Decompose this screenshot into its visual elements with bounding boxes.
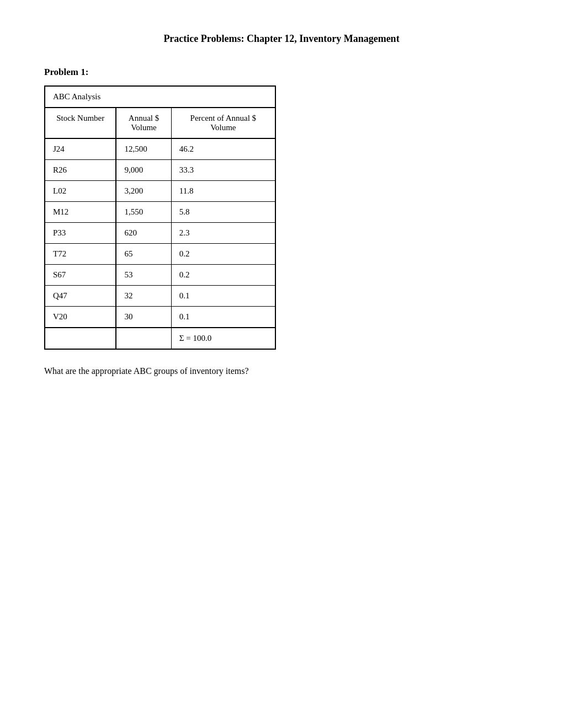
stock-number: P33: [45, 223, 116, 244]
table-row: R26 9,000 33.3: [45, 160, 275, 181]
stock-number: L02: [45, 181, 116, 202]
annual-volume: 53: [116, 265, 171, 286]
percent-volume: 2.3: [171, 223, 275, 244]
percent-volume: 33.3: [171, 160, 275, 181]
sum-col2: [116, 328, 171, 349]
sum-row: Σ = 100.0: [45, 328, 275, 349]
abc-analysis-table: ABC Analysis Stock Number Annual $ Volum…: [44, 85, 276, 350]
table-row: L02 3,200 11.8: [45, 181, 275, 202]
table-row: S67 53 0.2: [45, 265, 275, 286]
table-row: M12 1,550 5.8: [45, 202, 275, 223]
stock-number: T72: [45, 244, 116, 265]
col3-header: Percent of Annual $ Volume: [171, 108, 275, 138]
percent-volume: 5.8: [171, 202, 275, 223]
annual-volume: 620: [116, 223, 171, 244]
stock-number: J24: [45, 138, 116, 160]
table-row: Q47 32 0.1: [45, 286, 275, 307]
page-title: Practice Problems: Chapter 12, Inventory…: [44, 33, 519, 45]
stock-number: M12: [45, 202, 116, 223]
percent-volume: 0.2: [171, 265, 275, 286]
sum-value: Σ = 100.0: [171, 328, 275, 349]
table-title: ABC Analysis: [45, 86, 275, 108]
problem-label: Problem 1:: [44, 67, 519, 78]
table-row: P33 620 2.3: [45, 223, 275, 244]
stock-number: S67: [45, 265, 116, 286]
annual-volume: 3,200: [116, 181, 171, 202]
stock-number: V20: [45, 307, 116, 328]
table-row: V20 30 0.1: [45, 307, 275, 328]
annual-volume: 9,000: [116, 160, 171, 181]
annual-volume: 32: [116, 286, 171, 307]
percent-volume: 0.2: [171, 244, 275, 265]
sum-col1: [45, 328, 116, 349]
annual-volume: 30: [116, 307, 171, 328]
percent-volume: 46.2: [171, 138, 275, 160]
annual-volume: 1,550: [116, 202, 171, 223]
percent-volume: 0.1: [171, 307, 275, 328]
col1-header: Stock Number: [45, 108, 116, 138]
stock-number: Q47: [45, 286, 116, 307]
annual-volume: 12,500: [116, 138, 171, 160]
percent-volume: 11.8: [171, 181, 275, 202]
stock-number: R26: [45, 160, 116, 181]
table-row: T72 65 0.2: [45, 244, 275, 265]
question-text: What are the appropriate ABC groups of i…: [44, 366, 519, 376]
col2-header: Annual $ Volume: [116, 108, 171, 138]
table-row: J24 12,500 46.2: [45, 138, 275, 160]
annual-volume: 65: [116, 244, 171, 265]
percent-volume: 0.1: [171, 286, 275, 307]
